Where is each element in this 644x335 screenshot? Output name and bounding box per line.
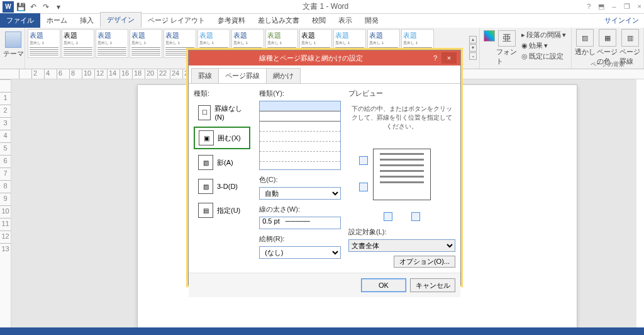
tab-file[interactable]: ファイル [0, 13, 40, 28]
preview-btn-top[interactable] [359, 156, 368, 165]
dialog-tab-borders[interactable]: 罫線 [191, 68, 219, 83]
colors-icon [484, 30, 495, 42]
theme-group: テーマ [0, 28, 25, 69]
tab-developer[interactable]: 開発 [358, 13, 385, 28]
setting-custom[interactable]: ▤指定(U) [194, 200, 250, 221]
themes-label: テーマ [3, 49, 24, 59]
preview-document[interactable] [373, 149, 431, 200]
dialog-body: 種類: ☐罫線なし(N) ▣囲む(X) ▧影(A) ▨3-D(D) ▤指定(U)… [189, 84, 460, 273]
color-select[interactable]: 自動 [259, 187, 341, 200]
tab-insert[interactable]: 挿入 [74, 13, 100, 28]
signin-link[interactable]: サインイン [599, 13, 644, 28]
themes-button[interactable]: テーマ [3, 29, 24, 60]
setting-column: 種類: ☐罫線なし(N) ▣囲む(X) ▧影(A) ▨3-D(D) ▤指定(U) [194, 89, 253, 268]
setting-box-label: 囲む(X) [218, 133, 241, 143]
redo-icon[interactable]: ↷ [40, 1, 52, 13]
setting-box-icon: ▣ [199, 130, 214, 145]
page-color-icon: ▦ [599, 29, 616, 47]
dialog-close-icon[interactable]: × [441, 52, 457, 64]
tab-review[interactable]: 校閲 [306, 13, 332, 28]
gallery-more[interactable]: ▴▾⌄ [469, 29, 477, 67]
art-field: 絵柄(R): (なし) [259, 234, 342, 259]
dialog-help-icon[interactable]: ? [429, 54, 441, 62]
style-swatch[interactable]: 表題見出し 1 [62, 29, 94, 58]
preview-bottom-row [348, 212, 455, 221]
style-label: 種類(Y): [259, 89, 342, 98]
tab-page-layout[interactable]: ページ レイアウト [142, 13, 211, 28]
borders-shading-dialog: 線種とページ罫線と網かけの設定 ? × 罫線 ページ罫線 網かけ 種類: ☐罫線… [188, 50, 461, 285]
watermark-label: 透かし [575, 47, 596, 57]
setting-type-label: 種類: [194, 89, 253, 98]
ok-button[interactable]: OK [361, 278, 406, 292]
qat-more-icon[interactable]: ▾ [53, 1, 64, 13]
preview-btn-left[interactable] [384, 212, 392, 221]
dialog-highlight-outline: 線種とページ罫線と網かけの設定 ? × 罫線 ページ罫線 網かけ 種類: ☐罫線… [186, 48, 463, 287]
setting-shadow-label: 影(A) [217, 158, 233, 168]
help-icon[interactable]: ? [587, 3, 591, 11]
tab-references[interactable]: 参考資料 [211, 13, 252, 28]
title-bar: W 💾 ↶ ↷ ▾ 文書 1 - Word ? ⬒ – ❐ × [0, 0, 644, 14]
options-button[interactable]: オプション(O)... [394, 256, 455, 268]
setting-none[interactable]: ☐罫線なし(N) [194, 101, 250, 124]
effects-button[interactable]: ◉ 効果 ▾ [521, 41, 566, 50]
close-icon[interactable]: × [638, 3, 641, 11]
set-default-button[interactable]: ◎ 既定に設定 [521, 52, 566, 61]
setting-box[interactable]: ▣囲む(X) [194, 127, 250, 149]
style-swatch[interactable]: 表題見出し 1 [130, 29, 162, 58]
setting-list: ☐罫線なし(N) ▣囲む(X) ▧影(A) ▨3-D(D) ▤指定(U) [194, 101, 253, 221]
color-field: 色(C): 自動 [259, 175, 342, 200]
setting-none-icon: ☐ [198, 105, 211, 120]
tab-home[interactable]: ホーム [40, 13, 74, 28]
effects-list: ▸ 段落の間隔 ▾ ◉ 効果 ▾ ◎ 既定に設定 [519, 29, 569, 67]
dialog-tab-page-borders[interactable]: ページ罫線 [218, 68, 267, 83]
setting-custom-icon: ▤ [198, 203, 213, 218]
width-label: 線の太さ(W): [259, 205, 342, 214]
dialog-tabs: 罫線 ページ罫線 網かけ [189, 65, 460, 84]
style-swatch[interactable]: 表題見出し 1 [28, 29, 60, 58]
apply-to-label: 設定対象(L): [348, 227, 455, 237]
line-style-list[interactable] [259, 101, 341, 170]
status-bar [0, 327, 644, 335]
tab-mailmerge[interactable]: 差し込み文書 [252, 13, 306, 28]
quick-access-toolbar: W 💾 ↶ ↷ ▾ [3, 1, 64, 13]
dialog-tab-shading[interactable]: 網かけ [266, 68, 301, 83]
ribbon-display-icon[interactable]: ⬒ [598, 3, 604, 11]
setting-3d-label: 3-D(D) [217, 183, 238, 190]
art-label: 絵柄(R): [259, 234, 342, 244]
art-select[interactable]: (なし) [259, 246, 341, 259]
style-swatch[interactable]: 表題見出し 1 [96, 29, 128, 58]
watermark-button[interactable]: ▨透かし [574, 29, 596, 57]
vertical-ruler[interactable]: 12345678910111213 [0, 79, 11, 327]
apply-to-field: 設定対象(L): 文書全体 [348, 227, 455, 252]
setting-3d[interactable]: ▨3-D(D) [194, 176, 250, 197]
save-icon[interactable]: 💾 [15, 1, 26, 13]
setting-custom-label: 指定(U) [217, 206, 240, 215]
word-app-icon: W [3, 1, 14, 13]
preview-btn-right[interactable] [411, 212, 420, 221]
fonts-button[interactable]: 亜フォント [496, 30, 518, 66]
setting-shadow[interactable]: ▧影(A) [194, 152, 250, 173]
width-field: 線の太さ(W): 0.5 pt ───── [259, 205, 342, 229]
page-borders-icon: ▥ [621, 29, 639, 47]
preview-btn-bottom[interactable] [359, 183, 368, 191]
restore-icon[interactable]: ❐ [624, 3, 630, 11]
undo-icon[interactable]: ↶ [28, 1, 39, 13]
setting-shadow-icon: ▧ [198, 155, 213, 170]
style-column: 種類(Y): 色(C): 自動 線の太さ(W): 0.5 pt ───── 絵柄… [259, 89, 342, 268]
ribbon-tabs: ファイル ホーム 挿入 デザイン ページ レイアウト 参考資料 差し込み文書 校… [0, 14, 644, 28]
themes-icon [5, 31, 21, 48]
paragraph-spacing-button[interactable]: ▸ 段落の間隔 ▾ [521, 30, 566, 40]
setting-3d-icon: ▨ [198, 179, 213, 194]
tab-view[interactable]: 表示 [332, 13, 358, 28]
cancel-button[interactable]: キャンセル [410, 278, 455, 292]
minimize-icon[interactable]: – [612, 3, 616, 11]
width-select[interactable]: 0.5 pt ───── [259, 217, 341, 229]
dialog-title-bar[interactable]: 線種とページ罫線と網かけの設定 ? × [189, 50, 460, 65]
preview-label: プレビュー [348, 89, 455, 98]
dialog-buttons: OK キャンセル [189, 273, 460, 297]
tab-design[interactable]: デザイン [100, 12, 142, 28]
apply-to-select[interactable]: 文書全体 [348, 239, 455, 252]
window-title: 文書 1 - Word [64, 1, 587, 12]
colors-button[interactable] [484, 30, 495, 59]
page-background-group: ▨透かし ▦ページの色 ▥ページ罫線 ページの背景 [572, 28, 644, 69]
